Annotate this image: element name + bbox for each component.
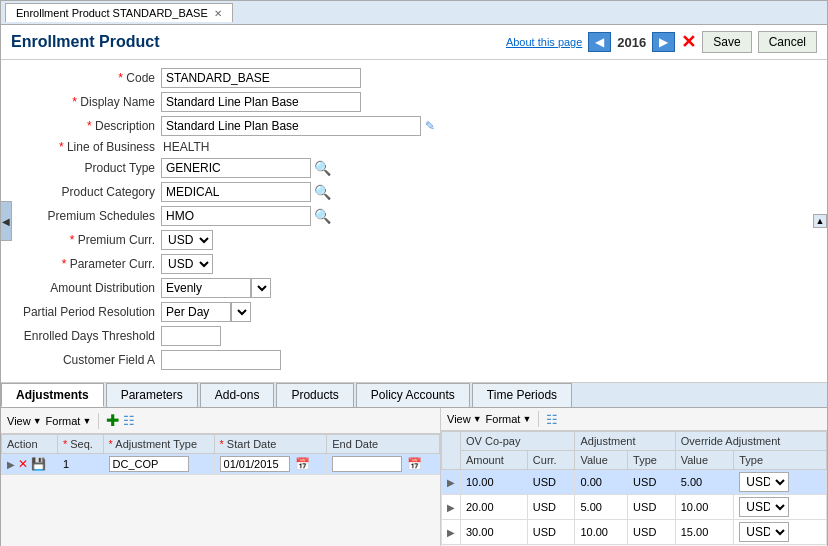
prev-arrow[interactable]: ◀: [588, 32, 611, 52]
code-input[interactable]: [161, 68, 361, 88]
partial-period-select[interactable]: [231, 302, 251, 322]
adjustment-type-input[interactable]: [109, 456, 189, 472]
tab-adjustments[interactable]: Adjustments: [1, 383, 104, 407]
collapse-handle[interactable]: ◀: [0, 201, 12, 241]
premium-curr-select[interactable]: USD: [161, 230, 213, 250]
delete-button[interactable]: ✕: [681, 31, 696, 53]
left-toolbar: View ▼ Format ▼ ✚ ☷: [1, 408, 440, 434]
tabs-row: Adjustments Parameters Add-ons Products …: [1, 383, 827, 408]
col-override-adjustment-group: Override Adjustment: [675, 432, 826, 451]
format-arrow-left: ▼: [82, 416, 91, 426]
cell-adj-type-3: USD: [628, 520, 676, 545]
header-controls: About this page ◀ 2016 ▶ ✕ Save Cancel: [506, 31, 817, 53]
product-type-row: Product Type 🔍: [11, 158, 817, 178]
add-row-button[interactable]: ✚: [106, 411, 119, 430]
table-icon-left[interactable]: ☷: [123, 413, 135, 428]
cell-row-arrow-2[interactable]: ▶: [442, 495, 461, 520]
cell-ovadj-type-1: USD: [734, 470, 827, 495]
left-panel: View ▼ Format ▼ ✚ ☷: [1, 408, 441, 546]
cell-end-date: 📅: [327, 454, 440, 475]
table-icon-right[interactable]: ☷: [546, 412, 558, 427]
window-tab-label: Enrollment Product STANDARD_BASE: [16, 7, 208, 19]
amount-distribution-select[interactable]: [251, 278, 271, 298]
parameter-curr-row: Parameter Curr. USD: [11, 254, 817, 274]
customer-field-input[interactable]: [161, 350, 281, 370]
view-dropdown-right[interactable]: View ▼: [447, 413, 482, 425]
toolbar-divider-left: [98, 413, 99, 429]
product-category-input[interactable]: [161, 182, 311, 202]
description-input[interactable]: [161, 116, 421, 136]
col-action: Action: [2, 435, 58, 454]
cell-adjustment-type: [103, 454, 214, 475]
premium-curr-row: Premium Curr. USD: [11, 230, 817, 250]
premium-curr-label: Premium Curr.: [11, 233, 161, 247]
ovadj-type-select-1[interactable]: USD: [739, 472, 789, 492]
cell-ov-curr-2: USD: [527, 495, 575, 520]
start-date-picker-icon[interactable]: 📅: [295, 457, 310, 471]
cell-row-arrow[interactable]: ▶: [442, 470, 461, 495]
end-date-picker-icon[interactable]: 📅: [407, 457, 422, 471]
product-type-search-icon[interactable]: 🔍: [314, 160, 331, 176]
split-container: View ▼ Format ▼ ✚ ☷: [1, 408, 827, 546]
parameter-curr-select[interactable]: USD: [161, 254, 213, 274]
col-adjustment-group: Adjustment: [575, 432, 675, 451]
table-row[interactable]: ▶ ✕ 💾 1 📅: [2, 454, 440, 475]
format-dropdown-left[interactable]: Format ▼: [46, 415, 92, 427]
tab-time-periods[interactable]: Time Periods: [472, 383, 572, 407]
col-ov-curr: Curr.: [527, 451, 575, 470]
col-row-arrow: [442, 432, 461, 470]
format-dropdown-right[interactable]: Format ▼: [486, 413, 532, 425]
cell-ovadj-value-2: 10.00: [675, 495, 734, 520]
premium-schedules-search-icon[interactable]: 🔍: [314, 208, 331, 224]
tab-addons[interactable]: Add-ons: [200, 383, 275, 407]
product-category-search-icon[interactable]: 🔍: [314, 184, 331, 200]
delete-row-icon[interactable]: ✕: [18, 457, 28, 471]
cell-ovadj-value-1: 5.00: [675, 470, 734, 495]
about-link[interactable]: About this page: [506, 36, 582, 48]
table-row[interactable]: ▶ 30.00 USD 10.00 USD 15.00 USD: [442, 520, 827, 545]
tab-policy-accounts[interactable]: Policy Accounts: [356, 383, 470, 407]
row-expand-arrow-r2[interactable]: ▶: [447, 502, 455, 513]
ovadj-type-select-3[interactable]: USD: [739, 522, 789, 542]
row-expand-arrow[interactable]: ▶: [7, 459, 15, 470]
display-name-input[interactable]: [161, 92, 361, 112]
tab-products[interactable]: Products: [276, 383, 353, 407]
col-start-date: * Start Date: [214, 435, 327, 454]
amount-distribution-input[interactable]: [161, 278, 251, 298]
parameter-curr-label: Parameter Curr.: [11, 257, 161, 271]
cell-row-arrow-3[interactable]: ▶: [442, 520, 461, 545]
row-expand-arrow-r3[interactable]: ▶: [447, 527, 455, 538]
right-table-container: OV Co-pay Adjustment Override Adjustment…: [441, 431, 827, 546]
product-type-input[interactable]: [161, 158, 311, 178]
partial-period-input[interactable]: [161, 302, 231, 322]
tab-parameters[interactable]: Parameters: [106, 383, 198, 407]
line-of-business-row: Line of Business HEALTH: [11, 140, 817, 154]
cancel-button[interactable]: Cancel: [758, 31, 817, 53]
right-table-group-header: OV Co-pay Adjustment Override Adjustment: [442, 432, 827, 451]
row-expand-arrow-r1[interactable]: ▶: [447, 477, 455, 488]
cell-action: ▶ ✕ 💾: [2, 454, 58, 475]
ovadj-type-select-2[interactable]: USD: [739, 497, 789, 517]
end-date-input[interactable]: [332, 456, 402, 472]
description-edit-icon[interactable]: ✎: [425, 119, 435, 133]
premium-schedules-input[interactable]: [161, 206, 311, 226]
scroll-up-btn[interactable]: ▲: [813, 214, 827, 228]
save-row-icon[interactable]: 💾: [31, 457, 46, 471]
table-row[interactable]: ▶ 20.00 USD 5.00 USD 10.00 USD: [442, 495, 827, 520]
save-button[interactable]: Save: [702, 31, 751, 53]
premium-schedules-label: Premium Schedules: [11, 209, 161, 223]
cell-start-date: 📅: [214, 454, 327, 475]
window-tab[interactable]: Enrollment Product STANDARD_BASE ✕: [5, 3, 233, 22]
table-row[interactable]: ▶ 10.00 USD 0.00 USD 5.00 USD: [442, 470, 827, 495]
format-label-left: Format: [46, 415, 81, 427]
enrolled-days-input[interactable]: [161, 326, 221, 346]
col-ovadj-value: Value: [675, 451, 734, 470]
cell-ov-amount-1: 10.00: [461, 470, 528, 495]
cell-seq: 1: [57, 454, 103, 475]
window-tab-close[interactable]: ✕: [214, 8, 222, 19]
next-arrow[interactable]: ▶: [652, 32, 675, 52]
view-dropdown-left[interactable]: View ▼: [7, 415, 42, 427]
customer-field-label: Customer Field A: [11, 353, 161, 367]
description-label: Description: [11, 119, 161, 133]
start-date-input[interactable]: [220, 456, 290, 472]
